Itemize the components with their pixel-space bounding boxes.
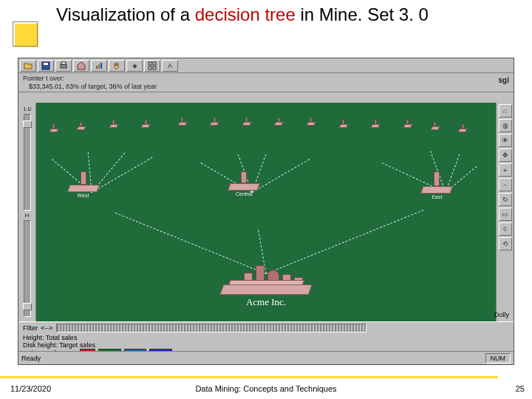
text-icon[interactable]: A — [162, 60, 178, 72]
globe-icon[interactable]: ◍ — [499, 119, 512, 132]
leaf-node[interactable] — [110, 125, 117, 128]
footer-title: Data Mining: Concepts and Techniques — [195, 384, 336, 393]
root-node[interactable]: Acme Inc. — [222, 268, 310, 308]
title-accent-square — [15, 24, 38, 47]
zoom-out-icon[interactable]: － — [499, 178, 512, 191]
page-number: 25 — [516, 384, 525, 393]
tree-edge — [266, 210, 424, 274]
leaf-node[interactable] — [432, 127, 439, 130]
region-node-west[interactable]: West — [69, 182, 98, 198]
tree-edge — [252, 159, 310, 193]
svg-rect-7 — [149, 62, 151, 65]
slider-thumb[interactable] — [23, 303, 32, 310]
filter-slider[interactable] — [56, 324, 366, 332]
pointer-info-panel: Pointer t over: $33,345.01, 83% of targe… — [18, 73, 514, 92]
pan-icon[interactable]: ✥ — [499, 149, 512, 162]
svg-rect-6 — [100, 63, 102, 69]
leaf-node[interactable] — [50, 129, 58, 132]
grid-icon[interactable] — [144, 60, 160, 72]
pointer-detail: $33,345.01, 83% of target, 36% of last y… — [23, 83, 509, 91]
slider-bottom-label: H — [25, 212, 30, 219]
filter-arrows: <--> — [41, 324, 53, 332]
zoom-in-icon[interactable]: ＋ — [499, 163, 512, 177]
region-node-east[interactable]: East — [422, 182, 451, 200]
status-left: Ready — [21, 355, 41, 362]
home-icon[interactable] — [73, 60, 89, 72]
legend-disk: Disk height: Target sales — [23, 341, 95, 349]
reset-icon[interactable]: ⟲ — [499, 237, 512, 250]
rotate-icon[interactable]: ↻ — [499, 193, 512, 206]
svg-rect-8 — [153, 62, 156, 65]
slide-footer: 11/23/2020 Data Mining: Concepts and Tec… — [0, 381, 532, 396]
root-label: Acme Inc. — [222, 296, 310, 308]
chart-icon[interactable] — [91, 60, 107, 72]
tree-edge — [91, 157, 152, 193]
status-bar: Ready NUM — [18, 351, 514, 364]
title-emphasis: decision tree — [195, 4, 296, 24]
region-node-central[interactable]: Central — [229, 182, 259, 197]
vertical-slider-2[interactable] — [24, 220, 31, 317]
bottom-panel: Filter <--> Height: Total sales Disk hei… — [18, 321, 514, 351]
region-label: Central — [229, 191, 259, 197]
svg-rect-5 — [98, 64, 100, 69]
slider-thumb[interactable] — [23, 120, 32, 128]
leaf-node[interactable] — [243, 123, 250, 126]
dolly-label: Dolly — [494, 311, 509, 318]
eye-icon[interactable]: 👁 — [499, 134, 512, 147]
svg-rect-3 — [61, 62, 66, 64]
perspective-icon[interactable]: ◊ — [499, 222, 512, 236]
svg-rect-4 — [96, 66, 98, 69]
svg-rect-2 — [61, 64, 66, 68]
footer-accent-bar — [0, 376, 498, 378]
leaf-node[interactable] — [340, 125, 347, 128]
pointer-heading: Pointer t over: — [23, 75, 509, 83]
top-toolbar: ◈ A — [18, 58, 514, 73]
leaf-node[interactable] — [142, 125, 149, 128]
svg-rect-1 — [44, 63, 48, 65]
left-slider-column: 1.0 H — [18, 103, 36, 321]
open-icon[interactable] — [20, 60, 36, 72]
hand-icon[interactable] — [109, 60, 125, 72]
mineset-window: ◈ A Pointer t over: $33,345.01, 83% of t… — [18, 58, 514, 365]
svg-rect-9 — [149, 66, 151, 69]
info-icon[interactable]: ◈ — [126, 60, 143, 72]
region-label: East — [422, 194, 451, 200]
sgi-brand: sgi — [499, 76, 509, 84]
save-icon[interactable] — [38, 60, 54, 72]
home-view-icon[interactable]: ⌂ — [499, 104, 512, 117]
filter-label: Filter — [23, 324, 38, 332]
leaf-node[interactable] — [459, 129, 466, 132]
footer-date: 11/23/2020 — [10, 384, 51, 393]
3d-viewport[interactable]: West Central East — [36, 103, 496, 321]
vertical-slider-1[interactable] — [24, 114, 31, 211]
box-icon[interactable]: ▭ — [499, 208, 512, 221]
status-num: NUM — [485, 353, 511, 364]
title-pre: Visualization of a — [56, 4, 195, 24]
leaf-node[interactable] — [179, 123, 186, 126]
print-icon[interactable] — [55, 60, 72, 72]
leaf-node[interactable] — [404, 125, 412, 128]
leaf-node[interactable] — [211, 123, 218, 126]
leaf-node[interactable] — [372, 125, 379, 128]
slide-title: Visualization of a decision tree in Mine… — [56, 4, 517, 25]
legend-height: Height: Total sales — [23, 334, 77, 341]
leaf-node[interactable] — [307, 123, 315, 126]
title-post: in Mine. Set 3. 0 — [296, 4, 429, 24]
leaf-node[interactable] — [275, 123, 282, 126]
region-label: West — [69, 193, 98, 198]
right-toolbar: ⌂ ◍ 👁 ✥ ＋ － ↻ ▭ ◊ ⟲ — [496, 103, 514, 321]
svg-rect-10 — [153, 66, 156, 69]
slider-top-label: 1.0 — [23, 106, 31, 112]
leaf-node[interactable] — [78, 127, 85, 130]
